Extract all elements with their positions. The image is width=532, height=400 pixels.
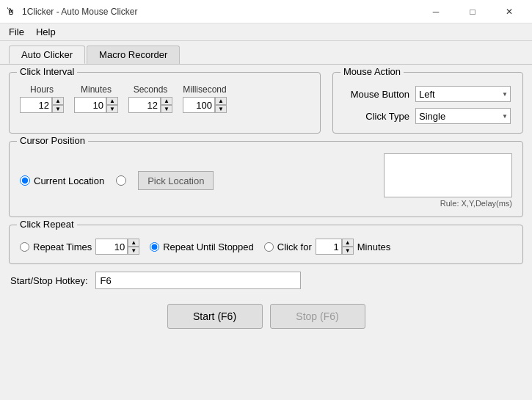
mouse-action-title: Mouse Action [340,66,404,77]
seconds-spinner-btns: ▲ ▼ [161,97,172,113]
click-for-down-btn[interactable]: ▼ [342,247,354,255]
minutes-up-btn[interactable]: ▲ [106,97,118,105]
click-type-label: Click Type [343,111,409,122]
tab-auto-clicker[interactable]: Auto Clicker [9,46,85,64]
click-type-select-wrap: Single Double [415,108,511,124]
app-title: 1Clicker - Auto Mouse Clicker [22,7,137,17]
millisecond-spinner-btns: ▲ ▼ [215,97,227,113]
click-interval-group: Click Interval Hours ▲ ▼ Minutes [9,72,321,134]
cursor-position-title: Cursor Position [17,135,88,146]
mouse-button-select[interactable]: Left Right Middle [415,86,511,102]
millisecond-input[interactable] [183,97,215,113]
click-repeat-group: Click Repeat Repeat Times ▲ ▼ Repeat Unt… [9,225,523,264]
click-for-label: Click for [277,241,312,252]
repeat-row: Repeat Times ▲ ▼ Repeat Until Stopped Cl… [20,239,512,255]
location-display [384,153,512,197]
minutes-label: Minutes [81,84,112,95]
click-interval-title: Click Interval [17,66,77,77]
pick-location-radio-label[interactable] [116,175,126,186]
millisecond-field: Millisecond ▲ ▼ [183,84,227,113]
menu-file[interactable]: File [3,25,30,39]
cursor-position-group: Cursor Position Current Location Pick Lo… [9,141,523,217]
app-icon: 🖱 [6,6,18,18]
minutes-field: Minutes ▲ ▼ [74,84,118,113]
repeat-times-item: Repeat Times ▲ ▼ [20,239,139,255]
hours-label: Hours [30,84,54,95]
title-bar-left: 🖱 1Clicker - Auto Mouse Clicker [6,6,137,18]
pick-location-radio[interactable] [116,175,126,186]
repeat-times-label: Repeat Times [33,241,92,252]
title-bar-controls: ─ □ ✕ [419,0,526,23]
click-for-spinner-btns: ▲ ▼ [342,239,354,255]
minutes-label: Minutes [357,241,391,252]
click-type-select[interactable]: Single Double [415,108,511,124]
cursor-pos-left: Current Location Pick Location [20,171,214,190]
repeat-times-input[interactable] [95,239,128,255]
click-for-input[interactable] [316,239,342,255]
minimize-button[interactable]: ─ [419,0,453,23]
repeat-times-radio[interactable] [20,242,29,252]
close-button[interactable]: ✕ [492,0,526,23]
tab-bar: Auto Clicker Macro Recorder [0,41,532,64]
minutes-down-btn[interactable]: ▼ [106,105,118,113]
cursor-pos-right: Rule: X,Y,Delay(ms) [384,153,512,208]
millisecond-spinner: ▲ ▼ [183,97,227,113]
repeat-times-spinner: ▲ ▼ [95,239,139,255]
seconds-label: Seconds [134,84,168,95]
location-area: Rule: X,Y,Delay(ms) [384,153,512,208]
start-button[interactable]: Start (F6) [167,304,263,329]
hours-spinner: ▲ ▼ [20,97,64,113]
repeat-times-spinner-btns: ▲ ▼ [128,239,139,255]
current-location-radio[interactable] [20,175,30,186]
minutes-input[interactable] [74,97,106,113]
hours-spinner-btns: ▲ ▼ [52,97,64,113]
hours-field: Hours ▲ ▼ [20,84,64,113]
minutes-spinner: ▲ ▼ [74,97,118,113]
menu-help[interactable]: Help [30,25,62,39]
current-location-text: Current Location [34,175,104,186]
cursor-pos-row: Current Location Pick Location Rule: X,Y… [20,153,512,208]
bottom-bar: Start (F6) Stop (F6) [9,301,523,336]
repeat-until-stopped-item: Repeat Until Stopped [150,241,254,252]
seconds-spinner: ▲ ▼ [128,97,172,113]
mouse-button-select-wrap: Left Right Middle [415,86,511,102]
click-type-row: Click Type Single Double [343,108,512,124]
seconds-field: Seconds ▲ ▼ [128,84,172,113]
tab-macro-recorder[interactable]: Macro Recorder [87,46,180,64]
maximize-button[interactable]: □ [456,0,489,23]
stop-button[interactable]: Stop (F6) [270,304,365,329]
click-for-spinner: ▲ ▼ [316,239,354,255]
pick-location-button[interactable]: Pick Location [138,171,214,190]
hours-input[interactable] [20,97,52,113]
repeat-times-up-btn[interactable]: ▲ [128,239,139,247]
minutes-spinner-btns: ▲ ▼ [106,97,118,113]
hours-down-btn[interactable]: ▼ [52,105,64,113]
click-for-up-btn[interactable]: ▲ [342,239,354,247]
hotkey-label: Start/Stop Hotkey: [10,275,88,286]
mouse-action-group: Mouse Action Mouse Button Left Right Mid… [332,72,523,134]
current-location-label[interactable]: Current Location [20,175,104,186]
title-bar: 🖱 1Clicker - Auto Mouse Clicker ─ □ ✕ [0,0,532,23]
interval-fields: Hours ▲ ▼ Minutes ▲ [20,84,310,113]
seconds-input[interactable] [128,97,161,113]
millisecond-label: Millisecond [183,84,226,95]
rule-text: Rule: X,Y,Delay(ms) [384,199,512,208]
seconds-up-btn[interactable]: ▲ [161,97,172,105]
hotkey-row: Start/Stop Hotkey: [9,272,523,289]
seconds-down-btn[interactable]: ▼ [161,105,172,113]
menu-bar: File Help [0,23,532,41]
click-for-item: Click for ▲ ▼ Minutes [264,239,390,255]
hours-up-btn[interactable]: ▲ [52,97,64,105]
click-for-radio[interactable] [264,242,274,252]
mouse-button-row: Mouse Button Left Right Middle [343,86,512,102]
repeat-until-stopped-radio[interactable] [150,242,159,252]
millisecond-up-btn[interactable]: ▲ [215,97,227,105]
hotkey-input[interactable] [95,272,301,289]
main-content: Click Interval Hours ▲ ▼ Minutes [0,64,532,343]
mouse-button-label: Mouse Button [343,89,409,100]
millisecond-down-btn[interactable]: ▼ [215,105,227,113]
click-repeat-title: Click Repeat [17,219,77,230]
top-section-row: Click Interval Hours ▲ ▼ Minutes [9,72,523,134]
repeat-until-stopped-label: Repeat Until Stopped [163,241,254,252]
repeat-times-down-btn[interactable]: ▼ [128,247,139,255]
